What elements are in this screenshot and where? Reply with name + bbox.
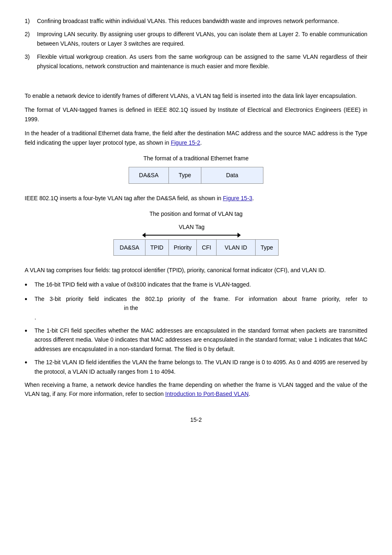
vlan-cell-vlanid: VLAN ID [216, 239, 255, 255]
vlan-cell-dasa: DA&SA [114, 239, 145, 255]
paragraph-3-suffix: . [200, 139, 202, 146]
vlan-cell-type: Type [256, 239, 278, 255]
last-paragraph-suffix: . [249, 391, 250, 397]
list-item-3: 3) Flexible virtual workgroup creation. … [25, 52, 367, 71]
bullet-2-inline: in the [124, 305, 138, 311]
numbered-list: 1) Confining broadcast traffic within in… [25, 16, 367, 71]
vlan-wrapper: VLAN Tag DA&SA TPID Priority CFI VLAN ID [113, 222, 278, 256]
bullet-icon-1: • [25, 280, 35, 290]
vlan-arrow-line [145, 235, 238, 236]
frame-diagram: DA&SA Type Data [25, 167, 367, 183]
vlan-arrow-right [238, 233, 241, 238]
bullet-icon-4: • [25, 358, 35, 376]
bullet-item-1: • The 16-bit TPID field with a value of … [25, 280, 367, 290]
figure-15-2-link[interactable]: Figure 15-2 [171, 139, 201, 146]
vlan-tag-label: VLAN Tag [179, 224, 205, 230]
list-num-1: 1) [25, 16, 37, 25]
bullet-item-2: • The 3-bit priority field indicates the… [25, 294, 367, 322]
paragraph-4: IEEE 802.1Q inserts a four-byte VLAN tag… [25, 194, 367, 203]
figure-15-3-link[interactable]: Figure 15-3 [223, 195, 252, 201]
last-paragraph: When receiving a frame, a network device… [25, 380, 367, 399]
vlan-section: VLAN Tag DA&SA TPID Priority CFI VLAN ID [25, 222, 367, 256]
paragraph-4-suffix: . [252, 195, 254, 201]
frame-cell-dasa: DA&SA [129, 167, 168, 183]
list-text-1: Confining broadcast traffic within indiv… [37, 16, 367, 25]
list-item-2: 2) Improving LAN security. By assigning … [25, 30, 367, 48]
bullet-icon-2: • [25, 294, 35, 322]
frame-cell-data: Data [201, 167, 263, 183]
vlan-cell-tpid: TPID [145, 239, 168, 255]
bullet-item-4: • The 12-bit VLAN ID field identifies th… [25, 358, 367, 376]
bullet-icon-3: • [25, 326, 35, 354]
bullet-item-3: • The 1-bit CFI field specifies whether … [25, 326, 367, 354]
paragraph-4-prefix: IEEE 802.1Q inserts a four-byte VLAN tag… [25, 195, 223, 201]
vlan-table: DA&SA TPID Priority CFI VLAN ID Type [113, 239, 278, 256]
list-item-1: 1) Confining broadcast traffic within in… [25, 16, 367, 25]
port-based-vlan-link[interactable]: Introduction to Port-Based VLAN [165, 391, 249, 397]
paragraph-3: In the header of a traditional Ethernet … [25, 129, 367, 147]
bullet-text-3: The 1-bit CFI field specifies whether th… [35, 326, 367, 354]
vlan-arrow-left [142, 233, 145, 238]
frame-table: DA&SA Type Data [129, 167, 263, 183]
bullet-text-1: The 16-bit TPID field with a value of 0x… [35, 280, 367, 290]
paragraph-2: The format of VLAN-tagged frames is defi… [25, 105, 367, 124]
bullet-text-4: The 12-bit VLAN ID field identifies the … [35, 358, 367, 376]
paragraph-1: To enable a network device to identify f… [25, 91, 367, 100]
figure-1-caption: The format of a traditional Ethernet fra… [25, 154, 367, 163]
list-text-3: Flexible virtual workgroup creation. As … [37, 52, 367, 71]
list-text-2: Improving LAN security. By assigning use… [37, 30, 367, 48]
vlan-cell-cfi: CFI [197, 239, 217, 255]
vlan-cell-priority: Priority [168, 239, 197, 255]
bullet-2-main: The 3-bit priority field indicates the 8… [35, 296, 367, 302]
page-footer: 15-2 [25, 415, 367, 424]
bullet-text-2: The 3-bit priority field indicates the 8… [35, 294, 367, 322]
frame-cell-type: Type [168, 167, 201, 183]
main-content: 1) Confining broadcast traffic within in… [25, 16, 367, 424]
list-num-3: 3) [25, 52, 37, 71]
bullet-2-period: . [35, 314, 36, 321]
list-num-2: 2) [25, 30, 37, 48]
paragraph-5: A VLAN tag comprises four fields: tag pr… [25, 266, 367, 275]
bullet-list: • The 16-bit TPID field with a value of … [25, 280, 367, 376]
figure-2-caption: The position and format of VLAN tag [25, 209, 367, 218]
